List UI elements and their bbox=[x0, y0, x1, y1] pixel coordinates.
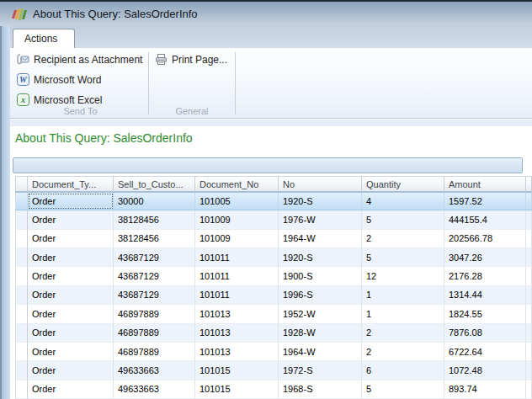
table-cell[interactable]: 1964-W bbox=[279, 230, 362, 248]
table-cell[interactable]: 30000 bbox=[114, 193, 195, 210]
table-row[interactable]: Order468978891010131928-W27876.08 bbox=[15, 324, 532, 343]
button-label: Recipient as Attachment bbox=[34, 54, 142, 66]
table-cell[interactable]: 3047.26 bbox=[444, 248, 526, 267]
table-cell[interactable]: 1920-S bbox=[279, 193, 362, 210]
recipient-as-attachment-button[interactable]: Recipient as Attachment bbox=[17, 53, 142, 66]
titlebar[interactable]: About This Query: SalesOrderInfo bbox=[0, 0, 532, 26]
table-cell[interactable]: 1314.44 bbox=[444, 286, 526, 305]
table-cell[interactable]: 38128456 bbox=[114, 210, 195, 229]
table-cell[interactable]: 46897889 bbox=[114, 324, 195, 343]
column-header[interactable]: Sell_to_Custo... bbox=[114, 176, 195, 192]
table-cell[interactable]: 7876.08 bbox=[444, 324, 526, 343]
table-row[interactable]: Order468978891010131952-W11824.55 bbox=[15, 305, 532, 323]
table-cell[interactable]: 2 bbox=[362, 230, 444, 248]
table-cell[interactable]: Order bbox=[28, 267, 114, 285]
table-cell[interactable]: 1964-W bbox=[279, 343, 362, 361]
column-header[interactable]: Document_No bbox=[195, 176, 279, 192]
table-cell[interactable]: 1928-W bbox=[279, 324, 362, 343]
table-cell[interactable]: 46897889 bbox=[114, 305, 195, 323]
table-cell[interactable]: 6 bbox=[362, 361, 444, 380]
table-cell[interactable]: 101013 bbox=[195, 343, 279, 361]
table-cell[interactable]: 6722.64 bbox=[444, 343, 526, 361]
table-cell[interactable]: 101013 bbox=[195, 324, 279, 343]
table-cell[interactable]: 1996-S bbox=[279, 286, 362, 305]
table-row[interactable]: Order381284561010091976-W5444155.4 bbox=[15, 210, 532, 229]
table-cell[interactable]: 43687129 bbox=[114, 248, 195, 267]
table-cell[interactable]: 101011 bbox=[195, 248, 279, 267]
table-cell[interactable]: 4 bbox=[362, 193, 444, 210]
table-cell[interactable]: Order bbox=[28, 210, 114, 229]
table-cell[interactable]: 43687129 bbox=[114, 267, 195, 285]
table-cell[interactable]: 101009 bbox=[195, 230, 279, 248]
table-cell[interactable]: 1597.52 bbox=[444, 193, 526, 210]
microsoft-excel-button[interactable]: x Microsoft Excel bbox=[17, 93, 102, 106]
table-row[interactable]: Order496336631010151968-S5893.74 bbox=[15, 380, 532, 399]
table-cell[interactable]: 1900-S bbox=[279, 267, 362, 285]
table-cell[interactable]: 5 bbox=[362, 380, 444, 399]
table-cell[interactable]: 444155.4 bbox=[444, 210, 526, 229]
column-header[interactable]: Document_Ty... bbox=[28, 176, 114, 192]
microsoft-word-button[interactable]: W Microsoft Word bbox=[17, 73, 101, 86]
table-cell[interactable]: 43687129 bbox=[114, 286, 195, 305]
table-cell[interactable]: 1 bbox=[362, 286, 444, 305]
table-row[interactable]: Order436871291010111996-S11314.44 bbox=[15, 286, 532, 305]
table-cell[interactable]: 101011 bbox=[195, 267, 279, 285]
table-cell[interactable]: 101011 bbox=[195, 286, 279, 305]
table-cell[interactable]: Order bbox=[28, 305, 114, 323]
table-cell[interactable]: Order bbox=[28, 248, 114, 267]
tab-actions[interactable]: Actions bbox=[13, 29, 75, 48]
table-cell[interactable]: 2 bbox=[362, 343, 444, 361]
table-cell[interactable]: Order bbox=[28, 193, 114, 210]
ribbon: Recipient as Attachment W Microsoft Word… bbox=[10, 48, 532, 119]
table-header-row: Document_Ty...Sell_to_Custo...Document_N… bbox=[15, 176, 532, 192]
table-row[interactable]: Order381284561010091964-W2202566.78 bbox=[15, 230, 532, 248]
table-cell[interactable]: 38128456 bbox=[114, 230, 195, 248]
table-cell[interactable]: 202566.78 bbox=[444, 230, 526, 248]
table-cell[interactable]: 1972-S bbox=[279, 361, 362, 380]
table-row[interactable]: Order468978891010131964-W26722.64 bbox=[15, 343, 532, 361]
table-cell[interactable]: 893.74 bbox=[444, 380, 526, 399]
table-cell[interactable]: Order bbox=[28, 286, 114, 305]
table-cell[interactable]: 46897889 bbox=[114, 343, 195, 361]
table-cell[interactable]: Order bbox=[28, 324, 114, 343]
table-cell[interactable]: Order bbox=[28, 361, 114, 380]
column-header[interactable]: Quantity bbox=[362, 176, 444, 192]
group-label-send-to: Send To bbox=[13, 106, 148, 116]
table-cell[interactable]: 1824.55 bbox=[444, 305, 526, 323]
table-cell[interactable]: Order bbox=[28, 343, 114, 361]
table-cell[interactable]: 5 bbox=[362, 248, 444, 267]
row-indicator bbox=[15, 343, 28, 361]
table-cell[interactable]: 2176.28 bbox=[444, 267, 526, 285]
table-cell[interactable]: 49633663 bbox=[114, 361, 195, 380]
table-row[interactable]: Order496336631010151972-S61072.48 bbox=[15, 361, 532, 380]
table-row[interactable]: Order436871291010111920-S53047.26 bbox=[15, 248, 532, 267]
ribbon-lower-strip bbox=[10, 120, 532, 126]
table-row[interactable]: Order300001010051920-S41597.52 bbox=[15, 192, 532, 210]
table-cell[interactable]: 101015 bbox=[195, 361, 279, 380]
filter-bar[interactable] bbox=[13, 157, 523, 173]
table-cell[interactable]: 101009 bbox=[195, 210, 279, 229]
table-cell[interactable]: 1072.48 bbox=[444, 361, 526, 380]
print-page-button[interactable]: Print Page... bbox=[155, 53, 227, 66]
table-cell[interactable]: Order bbox=[28, 230, 114, 248]
column-header[interactable]: No bbox=[279, 176, 362, 192]
table-cell[interactable]: 1952-W bbox=[279, 305, 362, 323]
table-row[interactable]: Order436871291010111900-S122176.28 bbox=[15, 267, 532, 285]
table-cell[interactable]: 1920-S bbox=[279, 248, 362, 267]
table-cell[interactable]: 49633663 bbox=[114, 380, 195, 399]
table-cell[interactable]: 101005 bbox=[195, 193, 279, 210]
table-cell[interactable]: 2 bbox=[362, 324, 444, 343]
table-cell-stub bbox=[526, 210, 532, 229]
table-cell[interactable]: Order bbox=[28, 380, 114, 399]
table-cell[interactable]: 1976-W bbox=[279, 210, 362, 229]
table-cell[interactable]: 12 bbox=[362, 267, 444, 285]
row-indicator-header bbox=[15, 176, 28, 192]
table-cell[interactable]: 1968-S bbox=[279, 380, 362, 399]
column-header[interactable]: Amount bbox=[444, 176, 526, 192]
table-cell[interactable]: 1 bbox=[362, 305, 444, 323]
table-cell[interactable]: 101015 bbox=[195, 380, 279, 399]
table-cell[interactable]: 5 bbox=[362, 210, 444, 229]
table-cell[interactable]: 101013 bbox=[195, 305, 279, 323]
ribbon-group-general: Print Page... General bbox=[150, 48, 234, 119]
page-title: About This Query: SalesOrderInfo bbox=[15, 131, 193, 145]
